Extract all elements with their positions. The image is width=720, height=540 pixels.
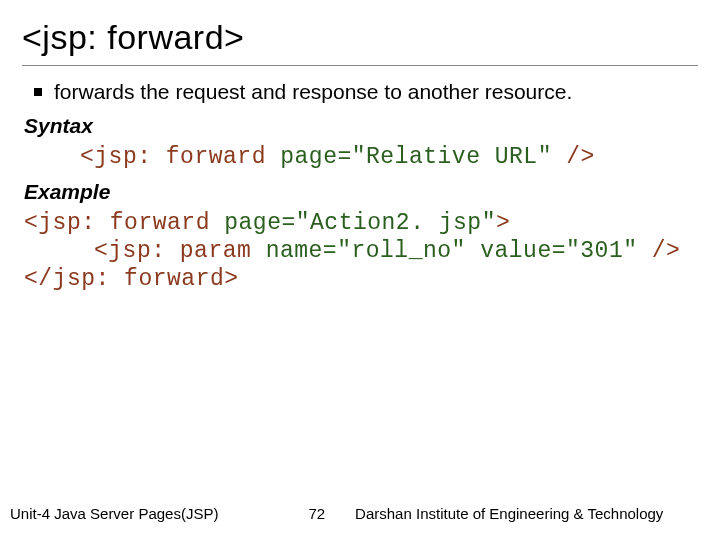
syntax-attr: page="Relative URL" <box>280 144 552 170</box>
syntax-heading: Syntax <box>22 114 698 138</box>
example-line-2: <jsp: param name="roll_no" value="301" /… <box>24 238 698 264</box>
example-heading: Example <box>22 180 698 204</box>
ex2-close: /> <box>638 238 681 264</box>
ex2-open: <jsp: param <box>94 238 266 264</box>
square-bullet-icon <box>34 88 42 96</box>
example-line-1: <jsp: forward page="Action2. jsp"> <box>24 210 698 236</box>
syntax-tag-close: /> <box>552 144 595 170</box>
example-line-3: </jsp: forward> <box>24 266 698 292</box>
footer-page-number: 72 <box>308 505 325 522</box>
ex1-close: > <box>496 210 510 236</box>
slide-title: <jsp: forward> <box>22 18 698 66</box>
slide-footer: Unit-4 Java Server Pages(JSP) 72 Darshan… <box>0 505 720 522</box>
bullet-text: forwards the request and response to ano… <box>54 80 572 104</box>
ex1-attr: page="Action2. jsp" <box>224 210 496 236</box>
syntax-tag-open: <jsp: forward <box>80 144 280 170</box>
footer-unit: Unit-4 Java Server Pages(JSP) <box>10 505 218 522</box>
ex2-attr: name="roll_no" value="301" <box>266 238 638 264</box>
bullet-item: forwards the request and response to ano… <box>22 80 698 104</box>
ex1-open: <jsp: forward <box>24 210 224 236</box>
footer-institute: Darshan Institute of Engineering & Techn… <box>355 505 663 522</box>
syntax-code: <jsp: forward page="Relative URL" /> <box>80 144 698 170</box>
